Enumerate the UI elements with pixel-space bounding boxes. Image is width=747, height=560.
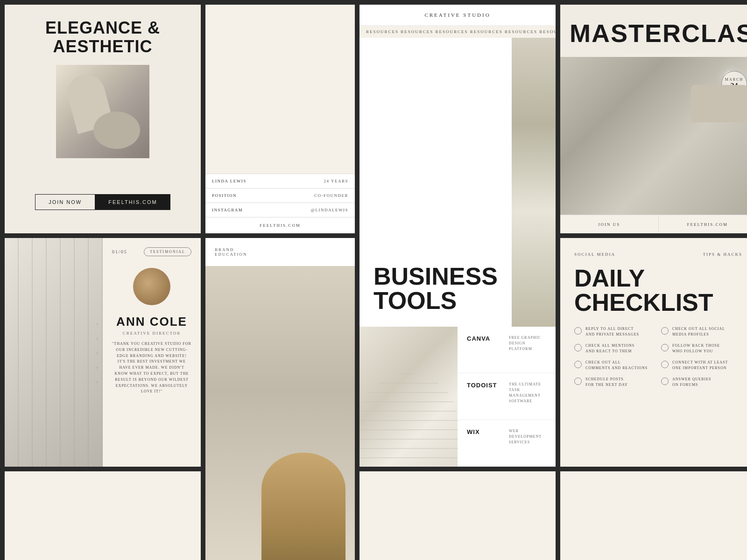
- profile-table: LINDA LEWIS 24 YEARS POSITION CO-FOUNDER…: [205, 174, 355, 217]
- join-us-label: JOIN US: [560, 215, 658, 233]
- arrow-4: ›: [97, 364, 98, 370]
- slide-number: 01/05: [112, 249, 127, 254]
- quote-text: "THANK YOU CREATIVE STUDIO FOR OUR INCRE…: [112, 341, 191, 395]
- checkbox-3[interactable]: [574, 344, 582, 351]
- arrow-5: ›: [97, 379, 98, 384]
- tools-bottom-section: CANVA FREE GRAPHICDESIGN PLATFORM TODOIS…: [359, 327, 556, 467]
- testimonial-card: › › › › › 01/05 TESTIMONIAL ANN COLE CRE…: [5, 238, 201, 467]
- room-left-image: › › › › ›: [5, 238, 103, 467]
- check-text-5: CHECK OUT ALLCOMMENTS AND REACTIONS: [585, 360, 648, 371]
- landscape-photo: [512, 38, 556, 327]
- creative-studio-label: CREATIVE STUDIO: [359, 5, 556, 26]
- wix-name: WIX: [467, 428, 500, 435]
- instagram-label: INSTAGRAM: [205, 203, 278, 217]
- masterclass-footer: JOIN US FEELTHIS.COM: [560, 215, 747, 233]
- profile-image-area: [205, 5, 355, 174]
- bottom-card-1: [5, 471, 201, 560]
- arrow-3: ›: [97, 350, 98, 355]
- profile-row-position: POSITION CO-FOUNDER: [205, 189, 355, 203]
- person-title: CREATIVE DIRECTOR: [112, 331, 191, 336]
- checkbox-7[interactable]: [574, 378, 582, 385]
- check-item-4: FOLLOW BACK THOSEWHO FOLLOW YOU: [661, 343, 742, 354]
- business-tools-card: CREATIVE STUDIO RESOURCES RESOURCES RESO…: [359, 5, 556, 467]
- instagram-value: @LINDALEWIS: [278, 203, 355, 217]
- sculpture-image: [56, 65, 149, 158]
- bottom-card-4: [560, 471, 747, 560]
- arrow-1: ›: [97, 321, 98, 326]
- profile-name: LINDA LEWIS: [205, 174, 278, 189]
- tools-title-area: BUSINESSTOOLS: [359, 38, 512, 327]
- profile-card: LINDA LEWIS 24 YEARS POSITION CO-FOUNDER…: [205, 5, 355, 233]
- social-media-label: SOCIAL MEDIA: [574, 252, 615, 257]
- checkbox-8[interactable]: [661, 378, 669, 385]
- checklist-card: SOCIAL MEDIA TIPS & HACKS DAILYCHECKLIST…: [560, 238, 747, 467]
- brand-education-card: BRAND EDUCATION: [205, 238, 355, 560]
- feelthis-button[interactable]: FEELTHIS.COM: [95, 194, 170, 210]
- profile-age: 24 YEARS: [278, 174, 355, 189]
- checkbox-1[interactable]: [574, 327, 582, 335]
- resources-ticker: RESOURCES RESOURCES RESOURCES RESOURCES …: [359, 26, 556, 38]
- elegance-card: ELEGANCE & AESTHETIC JOIN NOW FEELTHIS.C…: [5, 5, 201, 233]
- check-text-6: CONNECT WITH AT LEASTONE IMPORTANT PERSO…: [672, 360, 728, 371]
- person-name: ANN COLE: [112, 315, 191, 329]
- check-item-8: ANSWER QUERIESON FORUMS: [661, 377, 742, 388]
- todoist-name: TODOIST: [467, 382, 500, 389]
- tips-label: TIPS & HACKS: [703, 252, 742, 257]
- check-item-5: CHECK OUT ALLCOMMENTS AND REACTIONS: [574, 360, 655, 371]
- todoist-desc: THE ULTIMATETASK MANAGEMENTSOFTWARE: [509, 382, 546, 404]
- person-silhouette: [261, 453, 345, 560]
- avatar: [133, 268, 170, 305]
- check-item-2: CHECK OUT ALL SOCIALMEDIA PROFILES: [661, 326, 742, 337]
- staircase-image: [359, 327, 458, 467]
- testimonial-badge: TESTIMONIAL: [144, 247, 191, 256]
- checkbox-4[interactable]: [661, 344, 669, 351]
- check-item-7: SCHEDULE POSTSFOR THE NEXT DAY: [574, 377, 655, 388]
- check-text-3: CHECK ALL MENTIONSAND REACT TO THEM: [585, 343, 634, 354]
- canva-tool: CANVA FREE GRAPHICDESIGN PLATFORM: [458, 327, 556, 373]
- checkbox-6[interactable]: [661, 361, 669, 368]
- check-item-1: REPLY TO ALL DIRECTAND PRIVATE MESSAGES: [574, 326, 655, 337]
- elegance-title: ELEGANCE & AESTHETIC: [45, 19, 160, 56]
- check-text-4: FOLLOW BACK THOSEWHO FOLLOW YOU: [672, 343, 720, 354]
- business-tools-title: BUSINESSTOOLS: [374, 264, 498, 313]
- checklist-title: DAILYCHECKLIST: [574, 266, 742, 315]
- arrow-2: ›: [97, 336, 98, 341]
- checkbox-2[interactable]: [661, 327, 669, 335]
- navigation-arrows: › › › › ›: [97, 321, 98, 384]
- profile-row-instagram: INSTAGRAM @LINDALEWIS: [205, 203, 355, 217]
- brand-header: BRAND EDUCATION: [205, 238, 355, 266]
- masterclass-title: MASTERCLASS: [560, 5, 747, 57]
- join-now-button[interactable]: JOIN NOW: [35, 194, 95, 210]
- check-text-8: ANSWER QUERIESON FORUMS: [672, 377, 712, 388]
- testimonial-header: 01/05 TESTIMONIAL: [112, 247, 191, 256]
- profile-website: FEELTHIS.COM: [205, 217, 355, 233]
- badge-month: MARCH: [725, 77, 743, 82]
- landscape-image: [512, 38, 556, 327]
- tools-list: CANVA FREE GRAPHICDESIGN PLATFORM TODOIS…: [458, 327, 556, 467]
- canva-desc: FREE GRAPHICDESIGN PLATFORM: [509, 335, 546, 352]
- march-badge: MARCH 24: [721, 71, 747, 97]
- testimonial-content: 01/05 TESTIMONIAL ANN COLE CREATIVE DIRE…: [103, 238, 201, 467]
- check-text-2: CHECK OUT ALL SOCIALMEDIA PROFILES: [672, 326, 725, 337]
- check-item-3: CHECK ALL MENTIONSAND REACT TO THEM: [574, 343, 655, 354]
- masterclass-card: MASTERCLASS MARCH 24 JOIN US FEELTHIS.CO…: [560, 5, 747, 233]
- bottom-card-3: [359, 471, 556, 560]
- feelthis-label: FEELTHIS.COM: [658, 215, 747, 233]
- checklist-items: REPLY TO ALL DIRECTAND PRIVATE MESSAGES …: [574, 326, 742, 388]
- room-image: MARCH 24: [560, 57, 747, 215]
- wix-desc: WEB DEVELOPMENTSERVICES: [509, 428, 546, 445]
- check-item-6: CONNECT WITH AT LEASTONE IMPORTANT PERSO…: [661, 360, 742, 371]
- position-value: CO-FOUNDER: [278, 189, 355, 203]
- brand-label: BRAND: [215, 247, 345, 252]
- education-label: EDUCATION: [215, 252, 345, 257]
- brand-image: [205, 266, 355, 560]
- badge-day: 24: [731, 82, 738, 90]
- cta-buttons: JOIN NOW FEELTHIS.COM: [35, 194, 170, 210]
- position-label: POSITION: [205, 189, 278, 203]
- canva-name: CANVA: [467, 335, 500, 342]
- wix-tool: WIX WEB DEVELOPMENTSERVICES: [458, 420, 556, 467]
- profile-row-name: LINDA LEWIS 24 YEARS: [205, 174, 355, 189]
- checklist-header: SOCIAL MEDIA TIPS & HACKS: [574, 252, 742, 257]
- tools-main-section: BUSINESSTOOLS: [359, 38, 556, 327]
- checkbox-5[interactable]: [574, 361, 582, 368]
